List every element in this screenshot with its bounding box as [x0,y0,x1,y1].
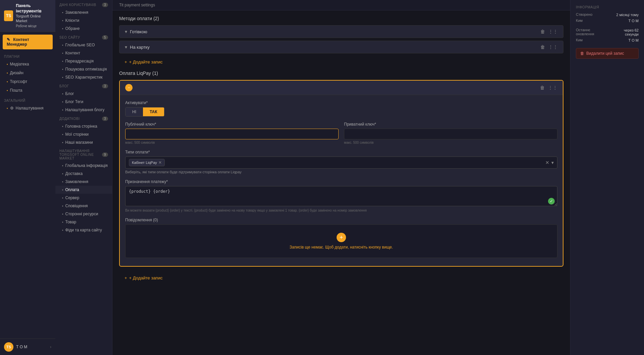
nav-item-blog[interactable]: Блог [55,90,112,98]
card-expand-btn[interactable]: ▾ [125,44,127,50]
payment-method-cash: ▾ Готівкою 🗑 ⋮⋮ [119,25,563,38]
nav-item-content[interactable]: Контент [55,49,112,57]
payment-methods-section: Методи оплати (2) ▾ Готівкою 🗑 ⋮⋮ ▾ На к… [119,16,563,68]
nav-item-server[interactable]: Сервер [55,194,112,202]
sidebar-item-settings[interactable]: ⚙ Налаштування [0,104,55,113]
liqpay-body: Активувати* НІ ТАК [120,95,563,266]
nav-item-search-opt[interactable]: Пошукова оптимізація [55,65,112,73]
sidebar-item-design[interactable]: Дизайн [0,69,55,77]
updated-by-value: Т О М [628,38,639,42]
messages-label: Повідомлення (0) [125,218,557,222]
page-title: Tit payment settings [119,3,155,7]
edit-icon: ✎ [7,37,10,42]
sidebar-item-mediateka[interactable]: Медіатека [0,60,55,69]
activate-no-btn[interactable]: НІ [126,107,143,116]
payment-purpose-wrapper: {product} {order} ✓ [125,186,557,207]
nav-panel: ДАНІ КОРИСТУВАЧІВ 3 Замовлення Клієнти О… [55,0,112,355]
messages-empty-area: + Записів ще немає. Щоб додати, натисніт… [125,224,557,258]
logo-text: Панель інструментів Torgsoft Online Mark… [16,3,51,28]
nav-item-blog-settings[interactable]: Налаштування блогу [55,106,112,114]
nav-item-feeds[interactable]: Фіди та карта сайту [55,226,112,234]
sidebar-section-general: ЗАГАЛЬНИЙ ⚙ Налаштування [0,96,55,113]
add-payment-method-label: + Додайте запис [129,59,163,64]
nav-item-home-page[interactable]: Головна сторінка [55,122,112,130]
private-key-input[interactable] [344,129,557,139]
cash-more-btn[interactable]: ⋮⋮ [548,29,558,34]
card-more-btn[interactable]: ⋮⋮ [548,44,558,50]
sidebar-item-mail[interactable]: Пошта [0,86,55,95]
card-delete-btn[interactable]: 🗑 [540,44,545,50]
add-liqpay-record-btn[interactable]: + + Додайте запис [119,272,563,284]
public-key-label: Публічний ключ* [125,122,339,127]
payment-purpose-textarea[interactable]: {product} {order} [125,186,557,206]
activate-toggle-group: НІ ТАК [125,107,164,117]
nav-item-orders[interactable]: Замовлення [55,8,112,16]
nav-item-delivery[interactable]: Доставка [55,170,112,178]
main-content: Tit payment settings Методи оплати (2) ▾… [112,0,570,355]
cash-method-name: Готівкою [130,29,147,34]
sidebar-item-content-manager[interactable]: ✎ Контент Менеджер [3,35,53,49]
updated-by-row: Ким Т О М [576,38,639,43]
payment-purpose-hint: Ви можете вказати {product} {order} у те… [125,209,557,212]
page-title-bar: Tit payment settings [112,0,570,10]
add-liqpay-label: + Додайте запис [129,275,163,280]
logo-icon: TS [4,10,13,21]
nav-item-orders2[interactable]: Замовлення [55,178,112,186]
messages-add-btn[interactable]: + [337,233,346,242]
tag-remove-liqpay[interactable]: ✕ [158,160,162,165]
sidebar-section-plugins: ПЛАГІНИ Медіатека Дизайн Торгсофт Пошта [0,52,55,95]
liqpay-delete-btn[interactable]: 🗑 [540,85,545,90]
activate-yes-btn[interactable]: ТАК [143,107,164,116]
liqpay-more-btn[interactable]: ⋮⋮ [548,85,557,90]
updated-by-label: Ким [576,38,583,42]
public-key-col: Публічний ключ* макс. 500 символів [125,122,339,144]
left-sidebar: TS Панель інструментів Torgsoft Online M… [0,0,55,355]
chevron-right-icon[interactable]: › [50,345,51,349]
payment-types-input[interactable]: Кабінет LiqPay ✕ ✕ ▾ [125,157,557,169]
delete-record-btn[interactable]: 🗑 Видалити цей запис [576,48,639,59]
content-area: Методи оплати (2) ▾ Готівкою 🗑 ⋮⋮ ▾ На к… [112,10,570,289]
nav-section-tom-settings: НАЛАШТУВАННЯ TORGSOFT ONLINE MARKET 9 [55,146,112,162]
checkmark-icon: ✓ [548,198,555,205]
nav-section-blog: БЛОГ 3 [55,81,112,90]
logo-subtitle: Torgsoft Online Market [16,14,41,23]
liqpay-section: Оплата LiqPay (1) − 🗑 ⋮⋮ Активувати* [119,71,563,284]
add-payment-method-btn[interactable]: + + Додайте запис [119,56,563,68]
nav-item-clients[interactable]: Клієнти [55,16,112,25]
nav-item-blog-tags[interactable]: Блог Теги [55,98,112,106]
updated-row: Останнє оновлення через 62 секунди [576,28,639,37]
private-key-hint: макс. 500 символів [344,141,557,144]
nav-item-favorites[interactable]: Обране [55,25,112,33]
nav-item-product[interactable]: Товар [55,218,112,226]
tag-clear-btn[interactable]: ✕ [545,160,549,165]
created-by-label: Ким [576,18,583,23]
tag-dropdown-btn[interactable]: ▾ [551,160,554,165]
nav-item-seo-chars[interactable]: SEO Характеристик [55,73,112,81]
nav-item-notifications[interactable]: Сповіщення [55,202,112,210]
sidebar-bottom: TS Т О М › [0,339,55,355]
nav-item-our-stores[interactable]: Наші магазини [55,138,112,146]
cash-expand-btn[interactable]: ▾ [125,29,127,34]
created-row: Створено 2 місяці тому [576,12,639,17]
liqpay-card: − 🗑 ⋮⋮ Активувати* НІ [119,80,563,267]
sidebar-item-torgsoft[interactable]: Торгсофт [0,77,55,86]
cash-delete-btn[interactable]: 🗑 [540,29,545,34]
liqpay-expand-btn[interactable]: − [125,84,133,91]
activate-section: Активувати* НІ ТАК [125,100,557,117]
nav-item-global-seo[interactable]: Глобальне SEO [55,41,112,49]
created-value: 2 місяці тому [616,13,639,17]
liqpay-title: Оплата LiqPay (1) [119,71,563,76]
payment-types-hint: Виберіть, які типи оплати буде підтримув… [125,170,557,174]
general-section-label: ЗАГАЛЬНИЙ [0,96,55,104]
nav-item-redirect[interactable]: Переадресація [55,57,112,65]
logo-workspace: Робоче місце [16,24,37,28]
payment-purpose-label: Призначення платежу* [125,179,557,184]
nav-item-payment[interactable]: Оплата [55,186,112,194]
nav-item-third-party[interactable]: Сторонні ресурси [55,210,112,218]
public-key-input[interactable] [125,129,339,139]
nav-item-global-info[interactable]: Глобальна інформація [55,162,112,170]
nav-item-my-pages[interactable]: Мої сторінки [55,130,112,138]
plus-icon: + [125,59,127,64]
user-avatar: TS [4,342,13,352]
nav-section-additional: ДОДАТКОВІ 3 [55,114,112,122]
